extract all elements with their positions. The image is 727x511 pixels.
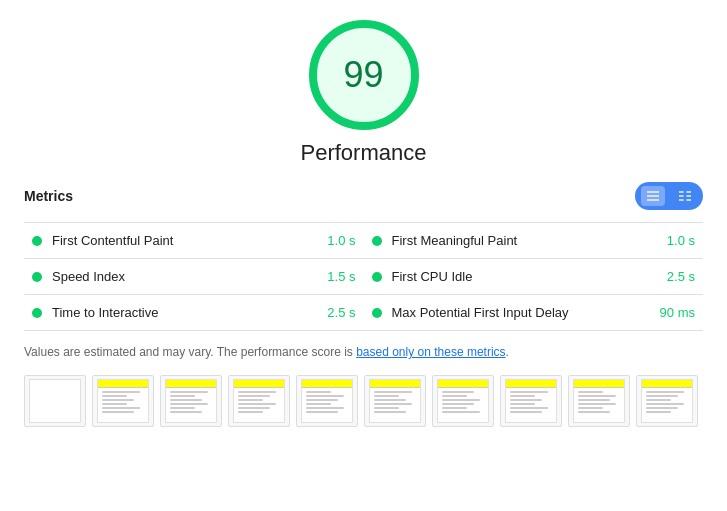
metric-row: Time to Interactive 2.5 s	[24, 295, 364, 331]
svg-rect-7	[686, 195, 691, 196]
metrics-header: Metrics	[24, 182, 703, 210]
footer-text-before: Values are estimated and may vary. The p…	[24, 345, 356, 359]
list-view-button[interactable]	[641, 186, 665, 206]
metric-dot-green	[372, 236, 382, 246]
filmstrip-frame	[24, 375, 86, 427]
score-section: 99 Performance	[24, 20, 703, 166]
metric-dot-green	[372, 308, 382, 318]
metric-dot-green	[32, 272, 42, 282]
footer-note: Values are estimated and may vary. The p…	[24, 343, 703, 361]
metrics-link[interactable]: based only on these metrics	[356, 345, 505, 359]
grid-view-button[interactable]	[673, 186, 697, 206]
metric-name: Time to Interactive	[52, 305, 319, 320]
score-label: Performance	[301, 140, 427, 166]
metric-value: 1.5 s	[327, 269, 355, 284]
metric-row: Max Potential First Input Delay 90 ms	[364, 295, 704, 331]
metric-dot-green	[32, 308, 42, 318]
metric-row: First Meaningful Paint 1.0 s	[364, 223, 704, 259]
metrics-grid: First Contentful Paint 1.0 s First Meani…	[24, 222, 703, 331]
score-number: 99	[343, 54, 383, 96]
svg-rect-2	[647, 199, 659, 200]
filmstrip-frame	[160, 375, 222, 427]
metric-dot-green	[32, 236, 42, 246]
filmstrip	[24, 375, 703, 427]
metric-name: Speed Index	[52, 269, 319, 284]
filmstrip-frame	[364, 375, 426, 427]
footer-text-after: .	[506, 345, 509, 359]
svg-rect-6	[686, 191, 691, 192]
filmstrip-frame	[228, 375, 290, 427]
metric-value: 1.0 s	[667, 233, 695, 248]
filmstrip-frame	[568, 375, 630, 427]
grid-icon	[677, 188, 693, 204]
svg-rect-0	[647, 191, 659, 192]
metric-value: 90 ms	[660, 305, 695, 320]
metric-row: First Contentful Paint 1.0 s	[24, 223, 364, 259]
metric-value: 2.5 s	[327, 305, 355, 320]
metrics-title: Metrics	[24, 188, 73, 204]
metric-row: First CPU Idle 2.5 s	[364, 259, 704, 295]
metric-value: 2.5 s	[667, 269, 695, 284]
metric-name: First Contentful Paint	[52, 233, 319, 248]
metric-dot-green	[372, 272, 382, 282]
filmstrip-frame	[636, 375, 698, 427]
metric-name: First CPU Idle	[392, 269, 659, 284]
filmstrip-frame	[92, 375, 154, 427]
score-circle: 99	[309, 20, 419, 130]
svg-rect-8	[686, 199, 691, 200]
filmstrip-frame	[500, 375, 562, 427]
metric-name: First Meaningful Paint	[392, 233, 659, 248]
svg-rect-5	[679, 199, 684, 200]
list-lines-icon	[645, 188, 661, 204]
svg-rect-1	[647, 195, 659, 196]
metric-row: Speed Index 1.5 s	[24, 259, 364, 295]
filmstrip-frame	[296, 375, 358, 427]
view-toggle[interactable]	[635, 182, 703, 210]
svg-rect-4	[679, 195, 684, 196]
metric-name: Max Potential First Input Delay	[392, 305, 652, 320]
filmstrip-frame	[432, 375, 494, 427]
svg-rect-3	[679, 191, 684, 192]
metric-value: 1.0 s	[327, 233, 355, 248]
